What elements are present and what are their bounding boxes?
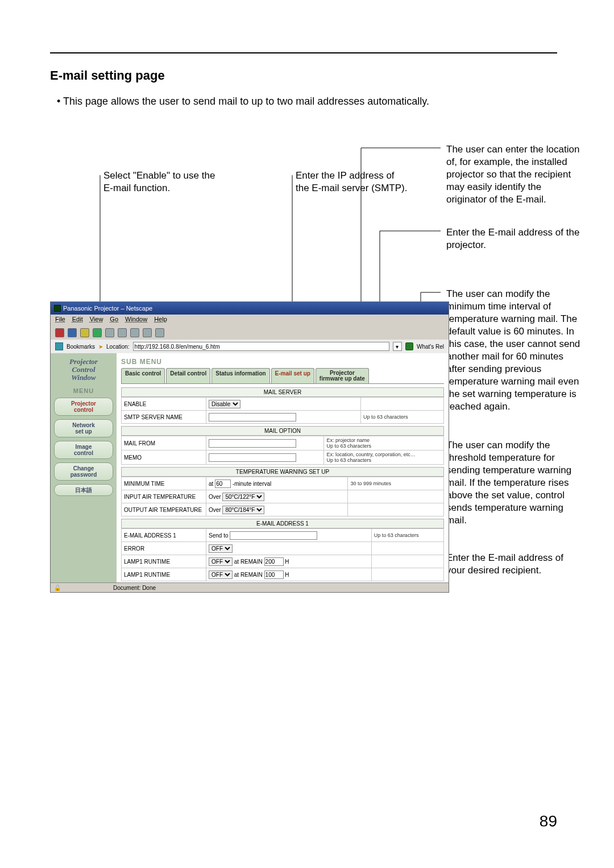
lamp1a-at: at REMAIN bbox=[234, 559, 263, 565]
sidebar-title-3: Window bbox=[54, 374, 113, 382]
callout-smtp: Enter the IP address of the E-mail serve… bbox=[296, 170, 409, 195]
whats-related-label[interactable]: What's Rel bbox=[417, 344, 444, 350]
location-dropdown-icon[interactable]: ▾ bbox=[393, 342, 402, 351]
label-error: ERROR bbox=[122, 542, 206, 555]
output-temp-select[interactable]: 80°C/184°F bbox=[222, 506, 264, 514]
statusbar: 🔓 Document: Done bbox=[51, 582, 449, 592]
tab-detail-control[interactable]: Detail control bbox=[166, 368, 210, 383]
sidebar-title-2: Control bbox=[54, 366, 113, 374]
section-temp-setup: TEMPERATURE WARNING SET UP bbox=[121, 467, 444, 477]
window-titlebar: Panasonic Projector – Netscape bbox=[51, 302, 449, 315]
sidebar-item-japanese[interactable]: 日本語 bbox=[54, 484, 113, 496]
tab-status-info[interactable]: Status information bbox=[211, 368, 269, 383]
callout-mailfrom: Enter the E-mail address of the projecto… bbox=[446, 226, 583, 251]
toolbar bbox=[51, 326, 449, 340]
lamp1b-select[interactable]: OFF bbox=[209, 571, 233, 579]
sidebar-title-1: Projector bbox=[54, 358, 113, 366]
email1-input[interactable] bbox=[230, 531, 317, 540]
reload-icon[interactable] bbox=[80, 328, 89, 337]
section-mail-option: MAIL OPTION bbox=[121, 426, 444, 436]
tab-firmware-update[interactable]: Projector firmware up date bbox=[316, 368, 369, 383]
error-select[interactable]: OFF bbox=[209, 544, 233, 553]
status-lock-icon: 🔓 bbox=[54, 585, 61, 591]
stop-icon[interactable] bbox=[155, 328, 164, 337]
lamp1a-select[interactable]: OFF bbox=[209, 557, 233, 566]
window-title: Panasonic Projector – Netscape bbox=[63, 305, 152, 312]
whats-related-icon[interactable] bbox=[405, 342, 413, 350]
location-bar: Bookmarks ➤ Location: ▾ What's Rel bbox=[51, 340, 449, 353]
netscape-icon bbox=[54, 305, 61, 312]
label-min-time: MINIMUM TIME bbox=[122, 477, 206, 490]
min-time-input[interactable] bbox=[215, 480, 231, 488]
mail-from-hint: Ex: projector name Up to 63 characters bbox=[324, 436, 444, 450]
print-icon[interactable] bbox=[130, 328, 139, 337]
section-email-addr1: E-MAIL ADDRESS 1 bbox=[121, 519, 444, 528]
callout-threshold: The user can modify the threshold temper… bbox=[446, 439, 583, 527]
status-text: Document: Done bbox=[113, 585, 156, 591]
security-icon[interactable] bbox=[143, 328, 152, 337]
label-memo: MEMO bbox=[122, 450, 206, 465]
back-icon[interactable] bbox=[55, 328, 64, 337]
callout-recipient: Enter the E-mail address of your desired… bbox=[446, 552, 583, 577]
page-heading: E-mail setting page bbox=[50, 68, 165, 83]
submenu-label: SUB MENU bbox=[121, 358, 444, 366]
lamp1a-input[interactable] bbox=[264, 557, 284, 566]
sidebar-menu-label: MENU bbox=[54, 387, 113, 394]
search-icon[interactable] bbox=[105, 328, 114, 337]
tab-email-setup[interactable]: E-mail set up bbox=[271, 368, 314, 383]
memo-hint: Ex: location, country, corporation, etc…… bbox=[324, 450, 444, 465]
browser-window: Panasonic Projector – Netscape File Edit… bbox=[50, 301, 449, 593]
min-time-prefix: at bbox=[209, 481, 213, 487]
main-content: SUB MENU Basic control Detail control St… bbox=[117, 353, 449, 590]
label-lamp1-b: LAMP1 RUNTIME bbox=[122, 568, 206, 581]
forward-icon[interactable] bbox=[68, 328, 77, 337]
home-icon[interactable] bbox=[93, 328, 102, 337]
email1-hint: Up to 63 characters bbox=[371, 529, 443, 542]
page-number: 89 bbox=[540, 812, 557, 830]
output-temp-prefix: Over bbox=[209, 507, 221, 513]
menu-window[interactable]: Window bbox=[125, 316, 147, 325]
location-label: Location: bbox=[106, 344, 130, 350]
bookmarks-label[interactable]: Bookmarks bbox=[67, 344, 95, 350]
menu-go[interactable]: Go bbox=[110, 316, 118, 325]
mail-from-input[interactable] bbox=[209, 439, 296, 448]
menu-view[interactable]: View bbox=[90, 316, 103, 325]
min-time-suffix: -minute interval bbox=[233, 481, 271, 487]
sidebar-item-network-setup[interactable]: Network set up bbox=[54, 419, 113, 437]
lamp1b-h: H bbox=[285, 572, 289, 578]
smtp-hint: Up to 63 characters bbox=[360, 411, 443, 424]
guide-icon[interactable] bbox=[118, 328, 127, 337]
input-temp-select[interactable]: 50°C/122°F bbox=[222, 493, 264, 501]
menu-file[interactable]: File bbox=[55, 316, 65, 325]
label-smtp: SMTP SERVER NAME bbox=[122, 411, 206, 424]
sidebar: Projector Control Window MENU Projector … bbox=[51, 353, 117, 590]
menu-edit[interactable]: Edit bbox=[72, 316, 83, 325]
intro-text: • This page allows the user to send mail… bbox=[57, 96, 429, 108]
label-lamp1-a: LAMP1 RUNTIME bbox=[122, 555, 206, 568]
lamp1b-at: at REMAIN bbox=[234, 572, 263, 578]
bookmarks-icon[interactable] bbox=[55, 342, 63, 350]
callout-enable: Select "Enable" to use the E-mail functi… bbox=[103, 170, 217, 195]
min-time-hint: 30 to 999 minutes bbox=[348, 477, 444, 490]
sidebar-item-projector-control[interactable]: Projector control bbox=[54, 398, 113, 416]
enable-select[interactable]: Disable bbox=[209, 400, 240, 408]
sidebar-item-change-password[interactable]: Change password bbox=[54, 462, 113, 481]
callout-mintime: The user can modify the minimum time int… bbox=[446, 288, 583, 413]
tab-bar: Basic control Detail control Status info… bbox=[121, 368, 444, 384]
sidebar-item-image-control[interactable]: Image control bbox=[54, 441, 113, 459]
smtp-input[interactable] bbox=[209, 413, 296, 421]
input-temp-prefix: Over bbox=[209, 494, 221, 500]
label-output-temp: OUTPUT AIR TEMPERATURE bbox=[122, 503, 206, 516]
location-input[interactable] bbox=[133, 342, 389, 351]
label-input-temp: INPUT AIR TEMPERATURE bbox=[122, 490, 206, 503]
menu-help[interactable]: Help bbox=[154, 316, 167, 325]
sidebar-title: Projector Control Window bbox=[54, 358, 113, 382]
label-mail-from: MAIL FROM bbox=[122, 436, 206, 450]
menubar: File Edit View Go Window Help bbox=[51, 315, 449, 326]
location-ptr-icon: ➤ bbox=[98, 344, 103, 350]
memo-input[interactable] bbox=[209, 453, 296, 462]
callout-location: The user can enter the location of, for … bbox=[446, 143, 583, 206]
section-mail-server: MAIL SERVER bbox=[121, 387, 444, 397]
lamp1b-input[interactable] bbox=[264, 571, 284, 579]
tab-basic-control[interactable]: Basic control bbox=[121, 368, 165, 383]
